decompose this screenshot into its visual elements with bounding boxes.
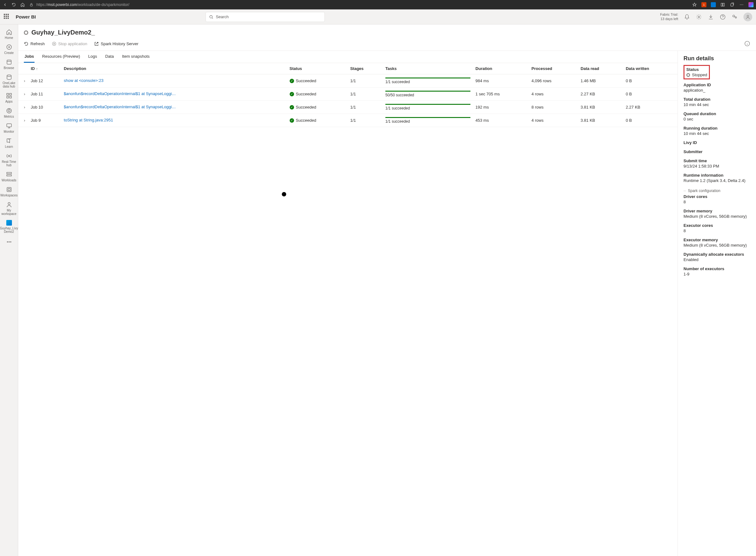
job-description-link[interactable]: $anonfun$recordDeltaOperationInternal$1 …	[64, 91, 177, 96]
rail-metrics[interactable]: Metrics	[1, 106, 18, 120]
col-processed[interactable]: Processed	[529, 63, 578, 74]
browser-toolbar: https://msit.powerbi.com/workloads/de-ds…	[0, 0, 756, 9]
svg-point-23	[8, 155, 10, 157]
rail-more[interactable]	[1, 237, 18, 247]
job-id: Job 9	[28, 114, 61, 127]
waffle-icon[interactable]	[4, 14, 10, 20]
col-stages[interactable]: Stages	[348, 63, 383, 74]
notifications-icon[interactable]	[684, 14, 690, 20]
rail-pinned-item[interactable]: Guyhay_Livy Demo2	[1, 218, 18, 235]
svg-point-30	[8, 242, 9, 243]
rail-create[interactable]: Create	[1, 42, 18, 57]
job-id: Job 12	[28, 74, 61, 88]
reload-button[interactable]	[11, 2, 16, 7]
col-duration[interactable]: Duration	[473, 63, 529, 74]
avatar[interactable]	[744, 12, 752, 21]
run-status-icon	[24, 30, 28, 35]
rail-home[interactable]: Home	[1, 27, 18, 41]
chevron-right-icon[interactable]: ›	[24, 92, 25, 96]
col-tasks[interactable]: Tasks	[383, 63, 473, 74]
svg-rect-16	[7, 94, 8, 95]
svg-rect-19	[9, 96, 11, 98]
info-icon[interactable]	[744, 40, 750, 47]
check-icon: ✓	[290, 79, 294, 83]
home-button[interactable]	[20, 2, 25, 7]
jobs-table: ID↑ Description Status Stages Tasks Dura…	[18, 63, 678, 127]
stopped-icon	[686, 73, 690, 77]
svg-point-15	[7, 75, 11, 76]
svg-rect-22	[7, 124, 11, 127]
notebook-icon	[6, 220, 12, 225]
svg-point-28	[8, 202, 10, 205]
svg-point-4	[740, 4, 741, 5]
svg-rect-14	[7, 60, 11, 64]
rail-apps[interactable]: Apps	[1, 91, 18, 105]
col-id[interactable]: ID↑	[28, 63, 61, 74]
search-icon	[209, 15, 213, 19]
tab-data[interactable]: Data	[104, 51, 114, 63]
rail-workspaces[interactable]: Workspaces	[1, 184, 18, 199]
rail-learn[interactable]: Learn	[1, 136, 18, 150]
more-icon[interactable]	[739, 2, 744, 7]
back-button[interactable]	[2, 2, 7, 7]
tab-snapshots[interactable]: Item snapshots	[122, 51, 150, 63]
table-row[interactable]: ›Job 11$anonfun$recordDeltaOperationInte…	[18, 88, 678, 101]
copilot-icon[interactable]	[749, 2, 754, 7]
job-description-link[interactable]: show at <console>:23	[64, 78, 103, 83]
download-icon[interactable]	[708, 14, 714, 20]
extension-icon-1[interactable]: 1	[701, 2, 707, 7]
sort-asc-icon: ↑	[36, 67, 38, 71]
rail-myworkspace[interactable]: My workspace	[1, 200, 18, 217]
settings-icon[interactable]	[696, 14, 702, 20]
rail-browse[interactable]: Browse	[1, 57, 18, 72]
check-icon: ✓	[290, 92, 294, 96]
favorite-icon[interactable]	[692, 2, 697, 7]
svg-point-6	[743, 4, 743, 5]
collections-icon[interactable]	[730, 2, 735, 7]
product-name[interactable]: Power BI	[16, 14, 36, 20]
table-row[interactable]: ›Job 10$anonfun$recordDeltaOperationInte…	[18, 101, 678, 114]
search-input[interactable]: Search	[206, 12, 325, 22]
svg-rect-3	[730, 4, 733, 6]
extension-icon-2[interactable]	[711, 2, 716, 7]
url-text[interactable]: https://msit.powerbi.com/workloads/de-ds…	[36, 2, 129, 7]
refresh-button[interactable]: Refresh	[24, 41, 45, 46]
col-data-written[interactable]: Data written	[623, 63, 678, 74]
history-server-button[interactable]: Spark History Server	[94, 41, 138, 46]
spark-config-toggle[interactable]: Spark configuration	[684, 187, 750, 194]
svg-point-12	[747, 15, 749, 16]
split-screen-icon[interactable]	[720, 2, 725, 7]
job-description-link[interactable]: $anonfun$recordDeltaOperationInternal$1 …	[64, 104, 177, 109]
tab-jobs[interactable]: Jobs	[24, 51, 35, 63]
svg-rect-26	[7, 187, 11, 192]
svg-rect-1	[721, 3, 723, 6]
trial-status[interactable]: Fabric Trial:13 days left	[660, 12, 678, 21]
lock-icon	[29, 2, 34, 7]
job-id: Job 11	[28, 88, 61, 101]
svg-rect-17	[9, 94, 11, 95]
feedback-icon[interactable]	[731, 14, 738, 20]
tab-resources[interactable]: Resources (Preview)	[41, 51, 81, 63]
col-status[interactable]: Status	[287, 63, 348, 74]
run-details-panel: Run details Status Stopped Application I…	[678, 51, 756, 556]
rail-workloads[interactable]: Workloads	[1, 169, 18, 184]
stop-button: Stop application	[52, 41, 88, 46]
rail-realtime[interactable]: Real-Time hub	[1, 151, 18, 169]
col-data-read[interactable]: Data read	[578, 63, 623, 74]
rail-monitor[interactable]: Monitor	[1, 121, 18, 135]
svg-rect-0	[30, 5, 33, 6]
app-header: Power BI Search Fabric Trial:13 days lef…	[0, 9, 756, 25]
chevron-right-icon[interactable]: ›	[24, 105, 25, 109]
chevron-right-icon[interactable]: ›	[24, 78, 25, 83]
svg-rect-18	[7, 96, 8, 98]
table-row[interactable]: ›Job 9toString at String.java:2951✓Succe…	[18, 114, 678, 127]
chevron-right-icon[interactable]: ›	[24, 118, 25, 123]
tab-logs[interactable]: Logs	[88, 51, 98, 63]
job-description-link[interactable]: toString at String.java:2951	[64, 118, 113, 123]
help-icon[interactable]	[720, 14, 726, 20]
rail-onelake[interactable]: OneLake data hub	[1, 72, 18, 90]
col-description[interactable]: Description	[61, 63, 287, 74]
svg-point-7	[210, 15, 212, 18]
svg-rect-2	[723, 3, 725, 6]
table-row[interactable]: ›Job 12show at <console>:23✓Succeeded1/1…	[18, 74, 678, 88]
